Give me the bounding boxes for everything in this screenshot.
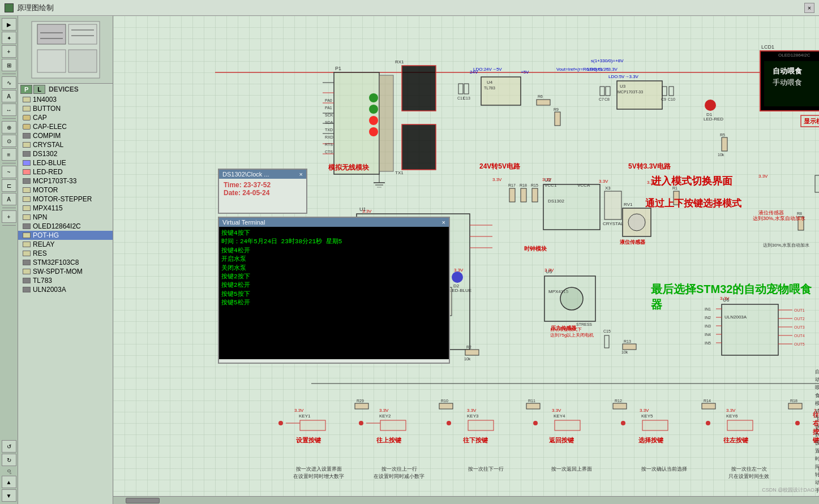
- clock-close[interactable]: ×: [299, 171, 303, 178]
- device-POT-HG[interactable]: POT-HG: [18, 231, 113, 240]
- device-icon-LED-RED: [23, 169, 31, 175]
- svg-text:KEY4: KEY4: [554, 413, 565, 419]
- text-tool[interactable]: A: [2, 193, 16, 205]
- scrollbar-thumb-h[interactable]: [126, 498, 160, 503]
- junction-tool[interactable]: ⊕: [2, 121, 16, 133]
- origin-tool[interactable]: +: [2, 210, 16, 223]
- device-LED-RED[interactable]: LED-RED: [18, 167, 113, 176]
- terminal-close[interactable]: ×: [442, 219, 445, 226]
- clock-title[interactable]: DS1302\Clock ... ×: [219, 170, 306, 179]
- device-list[interactable]: 1N4003 BUTTON CAP CAP-ELEC COMPIM CRYSTA…: [18, 95, 113, 504]
- device-RELAY[interactable]: RELAY: [18, 240, 113, 249]
- zoom-label: 0°: [6, 469, 12, 475]
- svg-text:OUT3: OUT3: [794, 325, 805, 329]
- device-OLED[interactable]: OLED12864I2C: [18, 222, 113, 231]
- svg-text:SCK: SCK: [325, 113, 333, 117]
- svg-rect-146: [468, 420, 494, 430]
- device-MCP1703T[interactable]: MCP1703T-33: [18, 176, 113, 186]
- device-STM32[interactable]: STM32F103C8: [18, 258, 113, 267]
- svg-text:3.3V: 3.3V: [454, 268, 464, 273]
- svg-rect-142: [380, 420, 406, 430]
- svg-text:MCP1703T-33: MCP1703T-33: [618, 90, 643, 94]
- voltage-tool[interactable]: A: [2, 90, 16, 102]
- sidebar: P L DEVICES 1N4003 BUTTON CAP CAP-ELEC C…: [18, 16, 113, 504]
- undo-tool[interactable]: ↺: [2, 440, 16, 453]
- device-LED-BLUE[interactable]: LED-BLUE: [18, 158, 113, 167]
- tab-l[interactable]: L: [33, 85, 45, 94]
- pan-down[interactable]: ▼: [2, 489, 16, 502]
- svg-text:R13: R13: [624, 339, 631, 343]
- device-MOTOR-STEPPER[interactable]: MOTOR-STEPPER: [18, 195, 113, 204]
- device-DS1302[interactable]: DS1302: [18, 149, 113, 158]
- schematic-canvas[interactable]: P1 U4 TL783: [113, 16, 819, 504]
- device-1N4003[interactable]: 1N4003: [18, 95, 113, 104]
- divider3: [2, 163, 16, 163]
- svg-rect-3: [37, 50, 66, 72]
- svg-point-21: [369, 93, 378, 102]
- svg-text:R10: R10: [441, 399, 448, 403]
- device-COMPIM[interactable]: COMPIM: [18, 131, 113, 140]
- svg-text:LDO:5V→3.3V: LDO:5V→3.3V: [608, 74, 639, 79]
- svg-text:R9: R9: [554, 107, 559, 111]
- svg-rect-138: [300, 420, 325, 430]
- svg-text:R18: R18: [790, 399, 797, 403]
- key-desc-6b: 只在设置时间生效: [718, 473, 780, 480]
- svg-text:RV1: RV1: [624, 202, 633, 207]
- device-icon-OLED: [23, 223, 31, 229]
- pin-tool[interactable]: ↔: [2, 104, 16, 116]
- bus-tool[interactable]: ⊞: [2, 59, 16, 71]
- svg-text:R5: R5: [720, 133, 725, 137]
- canvas-area[interactable]: P1 U4 TL783: [113, 16, 819, 504]
- svg-rect-52: [722, 137, 727, 151]
- annotation-mode-switch: 进入模式切换界面: [651, 174, 732, 188]
- probe-tool[interactable]: ∿: [2, 76, 16, 89]
- svg-text:TL783: TL783: [484, 86, 495, 90]
- terminal-line-5: 按键2按下: [221, 273, 447, 281]
- device-CAP[interactable]: CAP: [18, 113, 113, 122]
- device-ULN2003A[interactable]: ULN2003A: [18, 285, 113, 294]
- device-icon-POT-HG: [23, 232, 31, 238]
- device-BUTTON[interactable]: BUTTON: [18, 104, 113, 113]
- redo-tool[interactable]: ↻: [2, 454, 16, 466]
- svg-text:KEY2: KEY2: [379, 413, 391, 419]
- svg-text:10k: 10k: [621, 350, 628, 354]
- line-tool[interactable]: ~: [2, 166, 16, 178]
- svg-text:P1: P1: [335, 66, 341, 71]
- device-RES[interactable]: RES: [18, 249, 113, 258]
- device-NPN[interactable]: NPN: [18, 213, 113, 222]
- svg-rect-92: [543, 184, 600, 230]
- device-SW-SPDT[interactable]: SW-SPDT-MOM: [18, 267, 113, 276]
- device-MPX4115[interactable]: MPX4115: [18, 204, 113, 213]
- tab-p[interactable]: P: [20, 85, 32, 94]
- rect-tool[interactable]: ⊏: [2, 179, 16, 192]
- watermark: CSDN @校园设计DAO: [762, 486, 814, 494]
- pan-up[interactable]: ▲: [2, 476, 16, 488]
- device-icon-CAP-ELEC: [23, 124, 31, 130]
- power-tool[interactable]: ≡: [2, 148, 16, 161]
- svg-text:C9: C9: [661, 97, 666, 101]
- component-tool[interactable]: ✦: [2, 32, 16, 44]
- clock-date: Date: 24-05-24: [224, 189, 302, 197]
- terminal-line-1: 时间：24年5月24日 23时38分21秒 星期5: [221, 238, 447, 246]
- device-TL783[interactable]: TL783: [18, 276, 113, 285]
- device-CRYSTAL[interactable]: CRYSTAL: [18, 140, 113, 149]
- svg-text:OUT5: OUT5: [794, 342, 805, 346]
- label-analog-wireless: 模拟无线模块: [328, 163, 369, 173]
- port-tool[interactable]: ⊙: [2, 135, 16, 147]
- terminal-title[interactable]: Virtual Terminal ×: [219, 218, 449, 227]
- svg-text:KEY3: KEY3: [467, 413, 479, 419]
- svg-text:C11: C11: [457, 96, 465, 100]
- device-CAP-ELEC[interactable]: CAP-ELEC: [18, 122, 113, 131]
- wire-tool[interactable]: +: [2, 45, 16, 58]
- device-icon-CRYSTAL: [23, 142, 31, 148]
- close-button[interactable]: ×: [804, 3, 814, 13]
- device-MOTOR[interactable]: MOTOR: [18, 186, 113, 195]
- device-icon-RES: [23, 251, 31, 256]
- left-toolbar: ▶ ✦ + ⊞ ∿ A ↔ ⊕ ⊙ ≡ ~ ⊏ A + ↺ ↻ 0° ▲ ▼: [0, 16, 18, 504]
- svg-text:MPX4115: MPX4115: [548, 289, 569, 294]
- svg-text:3.3V: 3.3V: [640, 408, 649, 413]
- horizontal-scrollbar[interactable]: [113, 496, 819, 504]
- select-tool[interactable]: ▶: [2, 18, 16, 31]
- svg-text:LED-RED: LED-RED: [704, 117, 723, 122]
- svg-text:D1: D1: [706, 112, 713, 117]
